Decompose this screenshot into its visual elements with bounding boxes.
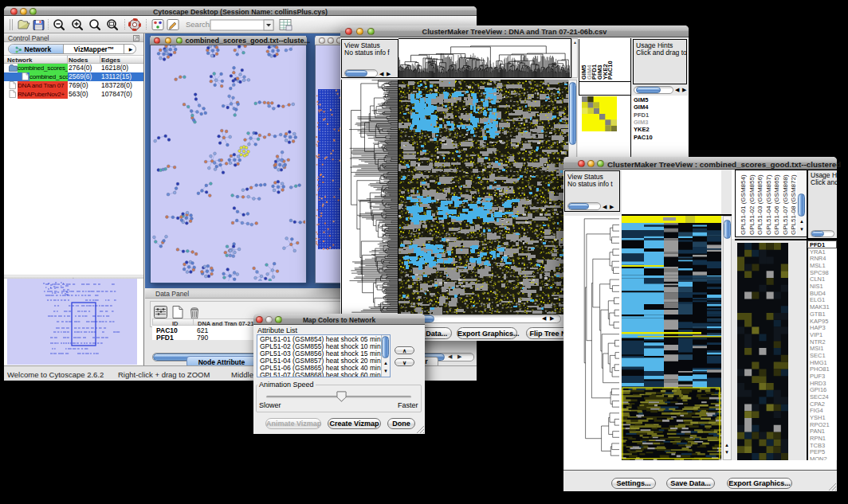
svg-text:GPL51-01 (GSM854): GPL51-01 (GSM854) — [740, 174, 747, 235]
svg-text:GPL51-08 (GSM872): GPL51-08 (GSM872) — [790, 174, 797, 235]
svg-text:GPL51-07 (GSM868): GPL51-07 (GSM868) — [782, 174, 789, 235]
svg-text:PAC10: PAC10 — [607, 61, 614, 80]
svg-text:GPL51-04 (GSM857): GPL51-04 (GSM857) — [765, 174, 772, 235]
svg-text:GPL51-02 (GSM855): GPL51-02 (GSM855) — [748, 174, 756, 235]
svg-text:GPL51-03 (GSM856): GPL51-03 (GSM856) — [756, 174, 764, 235]
svg-text:GPL51-06 (GSM865): GPL51-06 (GSM865) — [773, 174, 780, 235]
svg-text:Search:: Search: — [186, 20, 212, 29]
